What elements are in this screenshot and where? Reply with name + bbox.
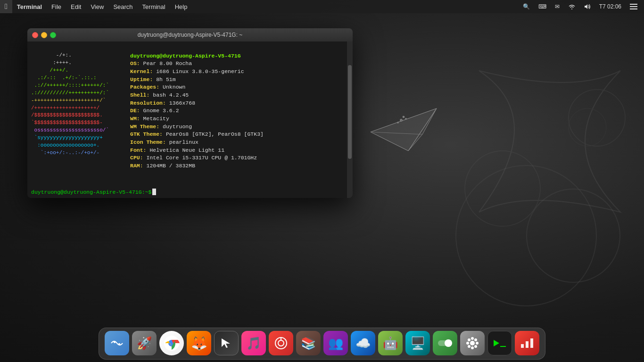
svg-rect-38 xyxy=(530,338,533,348)
svg-point-32 xyxy=(468,345,471,348)
svg-marker-19 xyxy=(222,338,230,348)
terminal-window: duytruong@duytruong-Aspire-V5-471G: ~ -/… xyxy=(27,28,353,198)
svg-point-25 xyxy=(470,341,475,346)
apple-menu[interactable]:  xyxy=(0,0,12,13)
dock-chrome[interactable] xyxy=(159,331,184,355)
dock-remote-desktop[interactable]: 🖥️ xyxy=(405,331,430,355)
keyboard-icon[interactable]: ⌨ xyxy=(536,3,549,10)
menubar:  Terminal File Edit View Search Termina… xyxy=(0,0,644,13)
dock-terminal[interactable] xyxy=(487,331,512,355)
scrollbar-thumb[interactable] xyxy=(348,65,352,159)
dock-switch[interactable] xyxy=(433,331,457,355)
menubar-edit[interactable]: Edit xyxy=(66,0,86,13)
window-controls xyxy=(32,32,56,38)
svg-point-28 xyxy=(466,342,469,345)
dock-system-preferences[interactable] xyxy=(460,331,485,355)
menubar-terminal[interactable]: Terminal xyxy=(138,0,170,13)
svg-point-4 xyxy=(403,116,405,118)
svg-point-29 xyxy=(476,342,479,345)
ascii-art: -/+:. :++++. /+++/. .:/-:: .+/:-`.::.: .… xyxy=(31,44,125,195)
svg-point-31 xyxy=(474,338,477,341)
minimize-button[interactable] xyxy=(41,32,47,38)
menubar-help[interactable]: Help xyxy=(170,0,192,13)
apple-icon:  xyxy=(5,2,8,11)
svg-rect-13 xyxy=(630,8,637,9)
dock-stats[interactable] xyxy=(515,331,539,355)
dock-android[interactable]: 🤖 xyxy=(378,331,403,355)
svg-rect-11 xyxy=(630,4,637,5)
svg-point-15 xyxy=(114,341,116,343)
wifi-icon[interactable] xyxy=(565,4,578,9)
terminal-prompt[interactable]: duytruong@duytruong-Aspire-V5-471G:~$ xyxy=(31,189,347,195)
svg-marker-34 xyxy=(494,340,499,346)
svg-point-21 xyxy=(278,340,284,346)
system-info: duytruong@duytruong-Aspire-V5-471G OS: P… xyxy=(125,44,345,195)
menubar-right: 🔍 ⌨ ✉ T7 02:06 xyxy=(520,3,644,10)
svg-point-3 xyxy=(400,119,402,121)
terminal-output: -/+:. :++++. /+++/. .:/-:: .+/:-`.::.: .… xyxy=(27,41,353,198)
dock-contacts[interactable]: 👥 xyxy=(323,331,348,355)
terminal-body[interactable]: -/+:. :++++. /+++/. .:/-:: .+/:-`.::.: .… xyxy=(27,41,353,198)
svg-point-6 xyxy=(405,118,406,119)
dock-rocket[interactable]: 🚀 xyxy=(132,331,157,355)
svg-point-26 xyxy=(471,337,474,340)
svg-point-33 xyxy=(474,345,477,348)
paper-plane-decoration xyxy=(361,94,446,165)
svg-point-7 xyxy=(569,90,625,146)
dock-cursor-app[interactable] xyxy=(214,331,239,355)
dock-app-red[interactable] xyxy=(269,331,293,355)
cursor-block xyxy=(152,189,156,195)
spotlight-icon[interactable]: 🔍 xyxy=(520,3,533,10)
terminal-title: duytruong@duytruong-Aspire-V5-471G: ~ xyxy=(138,32,243,38)
svg-point-5 xyxy=(397,122,398,123)
menubar-view[interactable]: View xyxy=(86,0,108,13)
scrollbar[interactable] xyxy=(347,41,353,198)
svg-rect-12 xyxy=(630,6,637,7)
clock-display: T7 02:06 xyxy=(596,3,624,10)
dock-finder[interactable] xyxy=(105,331,129,355)
svg-marker-10 xyxy=(585,4,587,9)
dock-books[interactable]: 📚 xyxy=(296,331,321,355)
dock: 🚀 🦊 🎵 📚 👥 ☁️ xyxy=(99,328,545,360)
svg-point-16 xyxy=(118,343,120,345)
dock-music[interactable]: 🎵 xyxy=(241,331,266,355)
desktop:  Terminal File Edit View Search Termina… xyxy=(0,0,644,362)
dock-icloud[interactable]: ☁️ xyxy=(351,331,375,355)
svg-marker-0 xyxy=(371,108,437,151)
maximize-button[interactable] xyxy=(50,32,56,38)
svg-point-8 xyxy=(569,108,606,146)
svg-rect-36 xyxy=(521,344,524,348)
menubar-search[interactable]: Search xyxy=(108,0,137,13)
svg-point-24 xyxy=(445,339,452,347)
svg-point-27 xyxy=(471,346,474,349)
volume-icon[interactable] xyxy=(581,4,594,9)
terminal-titlebar: duytruong@duytruong-Aspire-V5-471G: ~ xyxy=(27,28,353,41)
svg-point-30 xyxy=(468,338,471,341)
menubar-file[interactable]: File xyxy=(47,0,66,13)
menu-extra-icon[interactable] xyxy=(627,3,640,10)
dock-firefox[interactable]: 🦊 xyxy=(187,331,211,355)
close-button[interactable] xyxy=(32,32,38,38)
svg-point-9 xyxy=(465,151,540,226)
menubar-app-name[interactable]: Terminal xyxy=(12,0,47,13)
mail-icon[interactable]: ✉ xyxy=(552,3,562,10)
svg-rect-37 xyxy=(526,341,528,348)
